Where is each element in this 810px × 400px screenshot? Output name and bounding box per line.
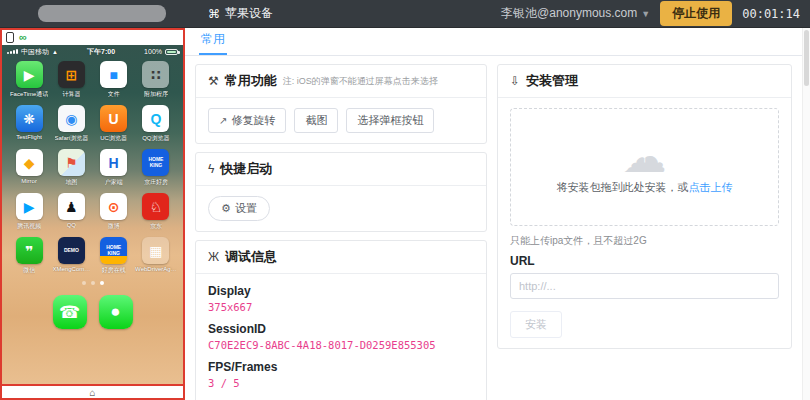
app-附加程序[interactable]: ∷附加程序 xyxy=(135,61,177,99)
app-icon[interactable]: HOME KING xyxy=(100,237,127,264)
session-timer: 00:01:14 xyxy=(742,7,800,21)
install-management-title: 安装管理 xyxy=(526,72,578,90)
app-label: 文件 xyxy=(108,90,120,99)
debug-label: Display xyxy=(208,284,474,298)
fn-button-截图[interactable]: 截图 xyxy=(294,108,338,133)
app-icon[interactable]: ◆ xyxy=(16,149,43,176)
app-文件[interactable]: ■文件 xyxy=(93,61,135,99)
scrollbar[interactable] xyxy=(802,28,810,400)
quick-launch-buttons: ⚙设置 xyxy=(208,196,474,221)
lightning-icon: ϟ xyxy=(208,162,214,176)
battery-icon xyxy=(165,49,178,55)
app-icon[interactable]: ■ xyxy=(100,61,127,88)
app-icon[interactable]: ▶ xyxy=(16,193,43,220)
app-icon[interactable]: ⚑ xyxy=(58,149,85,176)
app-户家端[interactable]: H户家端 xyxy=(93,149,135,187)
app-微博[interactable]: ⊙微博 xyxy=(93,193,135,231)
tools-icon: ⚒ xyxy=(208,74,219,88)
install-icon: ⇩ xyxy=(510,74,520,88)
user-menu[interactable]: 李银池@anonymous.com ▼ xyxy=(501,5,650,22)
app-FaceTime通话[interactable]: ▶FaceTime通话 xyxy=(8,61,50,99)
debug-label: FPS/Frames xyxy=(208,360,474,374)
app-地图[interactable]: ⚑地图 xyxy=(50,149,92,187)
tab-common[interactable]: 常用 xyxy=(199,28,227,55)
app-icon[interactable]: ⊞ xyxy=(58,61,85,88)
app-腾讯视频[interactable]: ▶腾讯视频 xyxy=(8,193,50,231)
app-label: 好房在线 xyxy=(102,266,126,275)
page-dot xyxy=(91,281,95,285)
quick-launch-设置[interactable]: ⚙设置 xyxy=(208,196,270,221)
common-functions-note: 注: iOS的弹窗不能通过屏幕点击来选择 xyxy=(283,75,438,88)
app-icon[interactable]: ♟ xyxy=(58,193,85,220)
dropzone-text: 将安装包拖到此处安装，或 xyxy=(557,181,689,193)
app-icon[interactable]: H xyxy=(100,149,127,176)
app-label: 微博 xyxy=(108,222,120,231)
scrollbar-thumb[interactable] xyxy=(804,30,809,86)
tab-bar: 常用 xyxy=(185,28,802,56)
app-QQ浏览器[interactable]: QQQ浏览器 xyxy=(135,105,177,143)
fn-button-修复旋转[interactable]: ↗修复旋转 xyxy=(208,108,286,133)
app-icon[interactable]: ∷ xyxy=(142,61,169,88)
install-button[interactable]: 安装 xyxy=(510,311,562,338)
ipa-url-input[interactable] xyxy=(510,273,779,299)
app-好房在线[interactable]: HOME KING好房在线 xyxy=(93,237,135,275)
debug-label: SessionID xyxy=(208,322,474,336)
app-label: 京东 xyxy=(150,222,162,231)
bug-icon: Ж xyxy=(208,250,219,264)
device-screen[interactable]: 中国移动 ▲ 下午7:00 100% ▶FaceTime通话⊞计算器■文件∷附加… xyxy=(2,45,183,384)
phone-app[interactable]: ☎ xyxy=(53,295,87,329)
app-icon[interactable]: ◉ xyxy=(58,105,85,132)
app-label: Mirror xyxy=(21,178,37,184)
app-icon[interactable]: ▶ xyxy=(16,61,43,88)
url-label: URL xyxy=(510,254,779,268)
app-logo xyxy=(38,5,166,22)
chevron-down-icon: ▼ xyxy=(641,9,650,19)
app-Safari浏览器[interactable]: ◉Safari浏览器 xyxy=(50,105,92,143)
app-Mirror[interactable]: ◆Mirror xyxy=(8,149,50,187)
page-dots xyxy=(2,281,183,285)
app-XMengCom…[interactable]: DEMOXMengCom… xyxy=(50,237,92,275)
common-function-buttons: ↗修复旋转截图选择弹框按钮 xyxy=(208,108,474,133)
app-icon[interactable]: ▦ xyxy=(142,237,169,264)
stop-using-button[interactable]: 停止使用 xyxy=(660,1,732,26)
install-management-card: ⇩ 安装管理 ☁↑ 将安装包拖到此处安装，或点击上传 只能上传ipa文件，且不超… xyxy=(497,64,792,349)
app-微信[interactable]: ❞微信 xyxy=(8,237,50,275)
messages-app[interactable]: ● xyxy=(99,295,133,329)
click-upload-link[interactable]: 点击上传 xyxy=(689,181,733,193)
device-icon xyxy=(6,32,14,43)
app-label: TestFlight xyxy=(16,134,42,140)
app-UC浏览器[interactable]: UUC浏览器 xyxy=(93,105,135,143)
app-icon[interactable]: ❞ xyxy=(16,237,43,264)
app-icon[interactable]: ❋ xyxy=(16,105,43,132)
debug-value: 375x667 xyxy=(208,301,474,313)
app-计算器[interactable]: ⊞计算器 xyxy=(50,61,92,99)
app-icon[interactable]: HOME KING xyxy=(142,149,169,176)
page-dot xyxy=(82,281,86,285)
app-icon[interactable]: ⊙ xyxy=(100,193,127,220)
app-icon[interactable]: Q xyxy=(142,105,169,132)
app-icon[interactable]: DEMO xyxy=(58,237,85,264)
app-icon[interactable]: ♘ xyxy=(142,193,169,220)
common-functions-title: 常用功能 xyxy=(225,72,277,90)
debug-value: C70E2EC9-8ABC-4A18-8017-D0259E855305 xyxy=(208,339,474,351)
gear-icon: ⚙ xyxy=(221,202,231,215)
debug-fields: Display375x667SessionIDC70E2EC9-8ABC-4A1… xyxy=(196,274,486,400)
signal-icon xyxy=(7,49,18,54)
app-京东[interactable]: ♘京东 xyxy=(135,193,177,231)
fix-rotation-icon: ↗ xyxy=(219,115,227,126)
upload-dropzone[interactable]: ☁↑ 将安装包拖到此处安装，或点击上传 xyxy=(510,108,779,226)
cloud-upload-icon: ☁↑ xyxy=(623,139,667,174)
app-QQ[interactable]: ♟QQ xyxy=(50,193,92,231)
app-label: 京庄好房 xyxy=(144,178,168,187)
app-label: XMengCom… xyxy=(53,266,91,272)
app-京庄好房[interactable]: HOME KING京庄好房 xyxy=(135,149,177,187)
user-email: 李银池@anonymous.com xyxy=(501,5,637,22)
app-TestFlight[interactable]: ❋TestFlight xyxy=(8,105,50,143)
device-mirror-panel[interactable]: ∞ 中国移动 ▲ 下午7:00 100% ▶FaceTime通话⊞计算器■文件∷… xyxy=(0,28,185,400)
app-icon[interactable]: U xyxy=(100,105,127,132)
app-WebDriverAg…[interactable]: ▦WebDriverAg… xyxy=(135,237,177,275)
device-type-label: 苹果设备 xyxy=(225,5,273,22)
home-button-icon[interactable]: ⌂ xyxy=(89,387,95,398)
fn-button-选择弹框按钮[interactable]: 选择弹框按钮 xyxy=(346,108,434,133)
battery-percent: 100% xyxy=(144,48,162,55)
